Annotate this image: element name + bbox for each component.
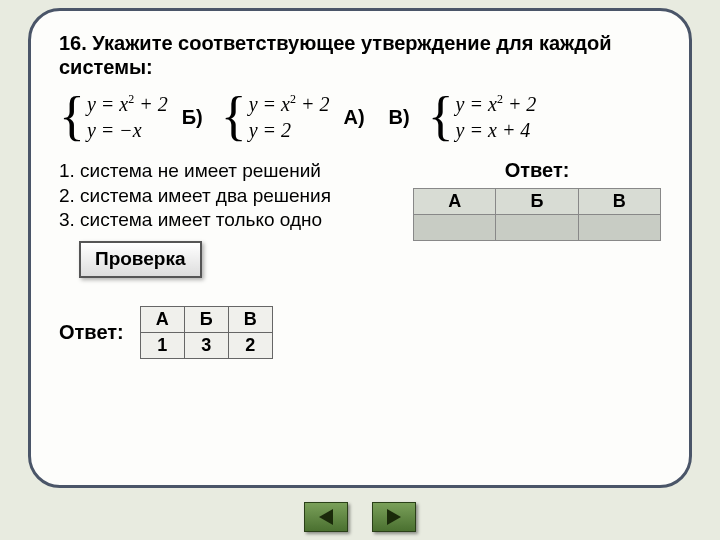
prev-button[interactable] — [304, 502, 348, 532]
system-1-eq1: y = x2 + 2 — [87, 91, 168, 117]
sol-col-b: Б — [184, 306, 228, 332]
sol-val-b: 3 — [184, 332, 228, 358]
sol-val-v: 2 — [228, 332, 272, 358]
arrow-left-icon — [319, 509, 333, 525]
answer-input-table: А Б В — [413, 188, 661, 241]
col-a: А — [414, 189, 496, 215]
next-button[interactable] — [372, 502, 416, 532]
system-2-eq1: y = x2 + 2 — [249, 91, 330, 117]
arrow-right-icon — [387, 509, 401, 525]
system-3: { y = x2 + 2 y = x + 4 — [428, 91, 537, 143]
col-v: В — [578, 189, 660, 215]
nav-buttons — [304, 502, 416, 532]
statements-list: 1. система не имеет решений 2. система и… — [59, 159, 389, 278]
statement-3: 3. система имеет только одно — [59, 208, 389, 233]
slide-frame: 16. Укажите соответствующее утверждение … — [28, 8, 692, 488]
solution-label: Ответ: — [59, 321, 124, 344]
sol-col-a: А — [140, 306, 184, 332]
label-b: Б) — [182, 106, 203, 129]
answer-cell-b[interactable] — [496, 215, 578, 241]
answer-block: Ответ: А Б В — [413, 159, 661, 278]
statement-2: 2. система имеет два решения — [59, 184, 389, 209]
system-2: { y = x2 + 2 y = 2 — [221, 91, 330, 143]
answer-cell-v[interactable] — [578, 215, 660, 241]
label-a: А) — [343, 106, 364, 129]
system-2-eq2: y = 2 — [249, 117, 330, 143]
col-b: Б — [496, 189, 578, 215]
solution-row: Ответ: А Б В 1 3 2 — [59, 306, 661, 359]
check-button[interactable]: Проверка — [79, 241, 202, 278]
answer-cell-a[interactable] — [414, 215, 496, 241]
systems-row: { y = x2 + 2 y = −x Б) { y = x2 + 2 y = … — [59, 91, 661, 143]
sol-col-v: В — [228, 306, 272, 332]
system-1-eq2: y = −x — [87, 117, 168, 143]
system-1: { y = x2 + 2 y = −x — [59, 91, 168, 143]
brace-icon: { — [428, 95, 454, 138]
brace-icon: { — [59, 95, 85, 138]
label-v: В) — [389, 106, 410, 129]
sol-val-a: 1 — [140, 332, 184, 358]
solution-table: А Б В 1 3 2 — [140, 306, 273, 359]
statement-1: 1. система не имеет решений — [59, 159, 389, 184]
mid-section: 1. система не имеет решений 2. система и… — [59, 159, 661, 278]
system-3-eq1: y = x2 + 2 — [456, 91, 537, 117]
question-text: 16. Укажите соответствующее утверждение … — [59, 31, 661, 79]
answer-title: Ответ: — [413, 159, 661, 182]
brace-icon: { — [221, 95, 247, 138]
system-3-eq2: y = x + 4 — [456, 117, 537, 143]
